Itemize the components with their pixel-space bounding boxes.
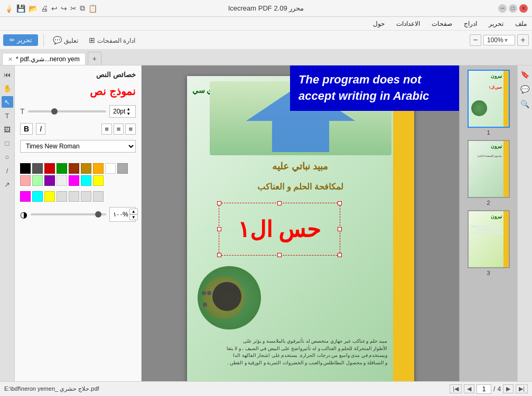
thumb-item-3[interactable]: نيرون 3	[463, 210, 514, 276]
color-swatch2-empty4[interactable]	[93, 191, 104, 202]
italic-button[interactable]: I	[36, 123, 45, 135]
thumb-item-1[interactable]: نيرون حس ال۱ 1	[463, 70, 514, 136]
comment-button[interactable]: 💬 تعليق	[49, 34, 82, 46]
color-swatch-yellow[interactable]	[93, 175, 104, 186]
color-swatch-lightgreen[interactable]	[32, 175, 43, 186]
arrow-tool[interactable]: ↗	[2, 178, 13, 190]
handle-bot-mid[interactable]	[277, 253, 282, 257]
align-left-button[interactable]: ≡	[101, 124, 112, 135]
opacity-slider-thumb[interactable]	[95, 211, 101, 218]
menu-item-about[interactable]: حول	[371, 19, 387, 29]
handle-top-right[interactable]	[338, 201, 342, 205]
pdf-text-content: حس ال۱	[238, 216, 321, 242]
color-swatch-black[interactable]	[20, 163, 31, 174]
close-button[interactable]: ✕	[519, 4, 528, 13]
add-tab-button[interactable]: +	[88, 52, 101, 65]
image-tool[interactable]: 🖼	[2, 124, 13, 135]
copy-icon[interactable]: ⧉	[80, 4, 85, 13]
prev-page-tool[interactable]: ⏮	[2, 69, 13, 80]
print-icon[interactable]: 🖨	[41, 4, 48, 13]
last-page-button[interactable]: ▶|	[516, 384, 528, 393]
font-size-display[interactable]: 20pt ▲▼	[109, 105, 136, 118]
color-swatch-cyan[interactable]	[81, 175, 91, 186]
next-page-button[interactable]: ▶	[503, 384, 514, 393]
pdf-text-selection-box[interactable]: حس ال۱	[219, 203, 340, 256]
maximize-button[interactable]: □	[509, 4, 517, 13]
handle-bot-right[interactable]	[338, 253, 342, 257]
thumb-image-3[interactable]: نيرون	[468, 210, 510, 268]
search-icon-button[interactable]: 🔍	[519, 98, 531, 110]
opacity-up-button[interactable]: ▲	[129, 209, 138, 214]
color-swatch-purple[interactable]	[44, 175, 55, 186]
menu-item-insert[interactable]: ادراج	[462, 19, 479, 29]
zoom-dropdown-icon[interactable]: ▾	[505, 36, 508, 44]
color-swatch2-magenta[interactable]	[20, 191, 31, 202]
draw-tool[interactable]: /	[2, 165, 13, 176]
prev-page-button[interactable]: ◀	[464, 384, 474, 393]
opacity-down-button[interactable]: ▼	[129, 214, 138, 220]
zoom-out-button[interactable]: −	[470, 34, 481, 46]
zoom-in-button[interactable]: +	[517, 34, 529, 46]
rectangle-tool[interactable]: □	[2, 137, 13, 149]
align-center-button[interactable]: ≡	[114, 124, 124, 135]
color-swatch-green[interactable]	[57, 163, 67, 174]
ellipse-tool[interactable]: ○	[2, 151, 13, 163]
handle-top-mid[interactable]	[277, 201, 282, 205]
font-size-icon: T	[20, 107, 25, 116]
edit-toolbar-button[interactable]: ✏ تحرير	[3, 34, 38, 46]
color-swatch-gray[interactable]	[32, 163, 43, 174]
edit-toolbar-label: تحرير	[17, 36, 32, 44]
color-swatch-verylightgray[interactable]	[57, 175, 67, 186]
font-size-slider-thumb[interactable]	[51, 108, 58, 115]
pdf-tab[interactable]: neron yem...شري.pdf * ✕	[2, 53, 86, 65]
handle-mid-left[interactable]	[217, 227, 221, 231]
color-swatch-magenta[interactable]	[69, 175, 79, 186]
menu-item-edit[interactable]: تحرير	[487, 19, 506, 29]
color-swatch-darkgold[interactable]	[81, 163, 91, 174]
opacity-slider[interactable]	[31, 213, 106, 215]
menu-item-file[interactable]: ملف	[513, 19, 529, 29]
color-swatch-lightred[interactable]	[20, 175, 31, 186]
bold-button[interactable]: B	[20, 123, 33, 135]
color-swatch2-empty2[interactable]	[69, 191, 79, 202]
handle-bot-left[interactable]	[217, 253, 221, 257]
color-swatch2-cyan[interactable]	[32, 191, 43, 202]
select-tool[interactable]: ↖	[2, 96, 13, 108]
thumb-image-1[interactable]: نيرون حس ال۱	[468, 70, 510, 128]
color-swatch2-yellow[interactable]	[44, 191, 55, 202]
open-icon[interactable]: 📂	[29, 4, 38, 13]
first-page-button[interactable]: |◀	[450, 384, 462, 393]
opacity-display[interactable]: ١٠٠% ▲ ▼	[109, 207, 136, 222]
thumb-text-2: نيرون	[491, 144, 502, 149]
current-page-input[interactable]	[477, 384, 491, 394]
handle-top-left[interactable]	[217, 201, 221, 205]
color-swatch-orange[interactable]	[93, 163, 104, 174]
color-swatch2-empty1[interactable]	[57, 191, 67, 202]
color-swatch2-empty3[interactable]	[81, 191, 91, 202]
menu-item-pages[interactable]: صفحات	[430, 19, 454, 29]
save-icon[interactable]: 💾	[16, 4, 25, 13]
thumb-item-2[interactable]: نيرون محتوى الصفحة الثانية 2	[463, 140, 514, 206]
redo-icon[interactable]: ↪	[61, 4, 67, 13]
handle-mid-right[interactable]	[338, 227, 342, 231]
font-size-arrows[interactable]: ▲▼	[126, 107, 130, 116]
manage-pages-button[interactable]: ⊞ ادارة الصفحات	[85, 34, 139, 46]
color-swatch-white[interactable]	[105, 163, 116, 174]
thumb-image-2[interactable]: نيرون محتوى الصفحة الثانية	[468, 140, 510, 198]
color-swatch-brown[interactable]	[69, 163, 79, 174]
menu-item-settings[interactable]: الاعدادات	[394, 19, 422, 29]
color-swatch-lightgray[interactable]	[117, 163, 128, 174]
speech-icon-button[interactable]: 💬	[519, 83, 531, 95]
minimize-button[interactable]: ─	[498, 4, 507, 13]
text-tool[interactable]: T	[2, 110, 13, 121]
color-swatch-red[interactable]	[44, 163, 55, 174]
align-right-button[interactable]: ≡	[125, 124, 136, 135]
undo-icon[interactable]: ↩	[51, 4, 58, 13]
font-selector[interactable]: Times New Roman Arial	[20, 140, 136, 153]
bookmark-icon-button[interactable]: 🔖	[519, 69, 531, 80]
cut-icon[interactable]: ✂	[70, 4, 77, 13]
font-size-slider[interactable]	[28, 110, 106, 112]
tab-close-icon[interactable]: ✕	[8, 56, 13, 63]
paste-icon[interactable]: 📋	[88, 4, 97, 13]
hand-tool[interactable]: ✋	[2, 82, 13, 94]
